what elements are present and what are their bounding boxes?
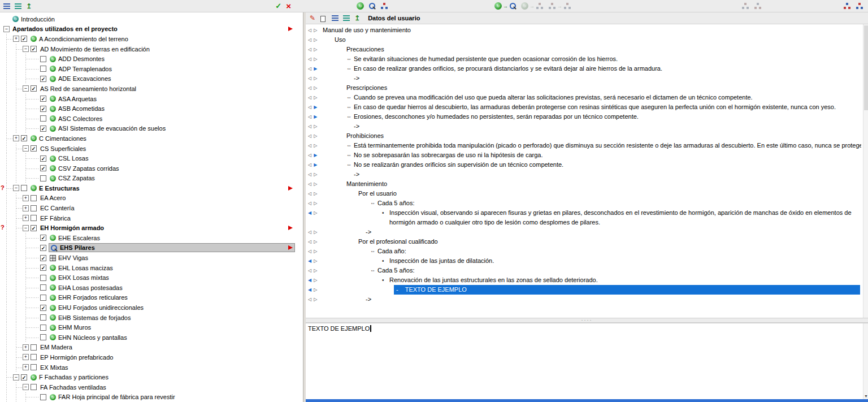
outline-row[interactable]: ◁▷Prohibiciones: [306, 131, 861, 141]
move-right-icon[interactable]: ▷: [314, 45, 317, 54]
move-right-icon[interactable]: ▷: [314, 256, 317, 266]
checkbox[interactable]: [31, 195, 37, 201]
checkbox[interactable]: ✓: [31, 85, 37, 92]
outline-row[interactable]: ◁▷⇔Cada 5 años:: [306, 266, 861, 275]
panel-splitter[interactable]: ····: [306, 318, 868, 323]
move-left-icon[interactable]: ◁: [308, 102, 311, 112]
tree-row[interactable]: ↻ASC Colectores: [0, 114, 303, 124]
update-section-icon[interactable]: ↻: [354, 1, 366, 11]
tree-row[interactable]: ↻Introducción: [0, 14, 303, 24]
move-left-icon[interactable]: ◀: [308, 285, 311, 295]
tree-diagram-icon[interactable]: [378, 1, 390, 11]
tree-row[interactable]: ↻CSZ Zapatas: [0, 174, 303, 184]
expand-icon[interactable]: +: [23, 354, 29, 360]
move-right-icon[interactable]: ▷: [314, 25, 317, 35]
tree-row[interactable]: −Apartados utilizados en el proyecto: [0, 24, 303, 34]
collapse-icon[interactable]: −: [13, 374, 19, 381]
outline-row[interactable]: ◁▷⇔Cada 5 años:: [306, 198, 861, 208]
checkbox[interactable]: ✓: [40, 106, 46, 112]
move-right-icon[interactable]: ▷: [314, 54, 317, 64]
move-right-icon[interactable]: ▷: [314, 93, 317, 102]
move-left-icon[interactable]: ◁: [308, 35, 311, 45]
outline-row[interactable]: ◁▷Precauciones: [306, 45, 861, 54]
expand-icon[interactable]: +: [23, 205, 29, 211]
move-right-icon[interactable]: ▷: [314, 275, 317, 285]
collapse-icon[interactable]: −: [23, 85, 29, 92]
outline-list-icon[interactable]: [329, 13, 341, 23]
outline-row[interactable]: ◁▷->: [306, 170, 861, 179]
text-editor[interactable]: TEXTO DE EJEMPLO ▼: [306, 323, 868, 399]
outline-row[interactable]: ◀▷-TEXTO DE EJEMPLO: [306, 285, 861, 295]
tree-row[interactable]: −✓EH Hormigón armado?: [0, 223, 303, 233]
tree-row[interactable]: −↻E Estructuras?: [0, 183, 303, 193]
move-left-icon[interactable]: ◁: [308, 227, 311, 237]
outline-row[interactable]: ◀▷•Renovación de las juntas estructurale…: [306, 275, 861, 285]
move-right-icon[interactable]: ▷: [314, 170, 317, 179]
tree-row[interactable]: +EC Cantería: [0, 203, 303, 213]
tree-row[interactable]: ✓EHV Vigas: [0, 253, 303, 263]
move-right-icon[interactable]: ▷: [314, 266, 317, 275]
copy-icon[interactable]: [318, 13, 329, 23]
tree-row[interactable]: ✓↻EHU Forjados unidireccionales: [0, 302, 303, 313]
checkbox[interactable]: [31, 364, 37, 370]
move-left-icon[interactable]: ◁: [308, 25, 311, 35]
tree-row[interactable]: +✓↻C Cimentaciones: [0, 133, 303, 144]
checkbox[interactable]: ✓: [21, 135, 27, 141]
tree-row[interactable]: ↻FAR Hoja principal de fábrica para reve…: [0, 392, 303, 402]
checkbox[interactable]: ✓: [31, 145, 37, 152]
move-left-icon[interactable]: ◁: [308, 160, 311, 170]
tree-row[interactable]: ✓↻EHE Escaleras: [0, 233, 303, 243]
tree-row[interactable]: −✓AD Movimiento de tierras en edificació…: [0, 44, 303, 54]
move-right-icon[interactable]: ▷: [314, 227, 317, 237]
checkbox[interactable]: ✓: [40, 255, 46, 261]
outline-row[interactable]: ◁▶⇔En caso de realizar grandes orificios…: [306, 64, 861, 74]
move-right-icon[interactable]: ▷: [314, 189, 317, 198]
move-left-icon[interactable]: ◁: [308, 237, 311, 247]
move-right-icon[interactable]: ▷: [314, 179, 317, 189]
expand-icon[interactable]: +: [23, 195, 29, 201]
move-left-icon[interactable]: ◁: [308, 64, 311, 74]
tree-row[interactable]: ↻EHM Muros: [0, 322, 303, 332]
checkbox[interactable]: [40, 314, 46, 321]
checkbox[interactable]: [31, 215, 37, 221]
content-list-icon[interactable]: [341, 13, 352, 23]
move-left-icon[interactable]: ◁: [308, 247, 311, 256]
move-right-icon[interactable]: ▷: [314, 83, 317, 93]
tree-row[interactable]: ✓EHS Pilares: [0, 243, 303, 253]
move-left-icon[interactable]: ◀: [308, 256, 311, 266]
outline-row[interactable]: ◁▶⇔Erosiones, desconchones y/o humedades…: [306, 112, 861, 122]
tree-row[interactable]: ✓↻EHL Losas macizas: [0, 263, 303, 273]
tree-row[interactable]: +EP Hormigón prefabricado: [0, 352, 303, 362]
outline-row[interactable]: ◁▷⇔Cuando se prevea una modificación del…: [306, 93, 861, 102]
move-right-icon[interactable]: ▷: [314, 35, 317, 45]
checkbox[interactable]: [40, 284, 46, 291]
checkbox[interactable]: ✓: [40, 96, 46, 102]
move-left-icon[interactable]: ◁: [308, 198, 311, 208]
move-left-icon[interactable]: ◁: [308, 266, 311, 275]
checkbox[interactable]: [40, 56, 46, 62]
outline-row[interactable]: ◁▷Uso: [306, 35, 861, 45]
move-right-icon[interactable]: ▷: [314, 131, 317, 141]
export-icon[interactable]: ↥: [24, 1, 34, 11]
outline-row[interactable]: ◁▷Mantenimiento: [306, 179, 861, 189]
tree-row[interactable]: +EF Fábrica: [0, 213, 303, 223]
outline-row[interactable]: ◁▷Prescripciones: [306, 83, 861, 93]
tree-row[interactable]: +EA Acero: [0, 193, 303, 204]
move-left-icon[interactable]: ◁: [308, 170, 311, 179]
move-right-icon[interactable]: ▶: [314, 64, 317, 74]
checkbox[interactable]: [21, 185, 27, 191]
edit-icon[interactable]: ✎: [307, 13, 318, 23]
move-right-icon[interactable]: ▷: [314, 247, 317, 256]
move-right-icon[interactable]: ▶: [314, 102, 317, 112]
expand-icon[interactable]: +: [23, 215, 29, 221]
move-right-icon[interactable]: ▷: [314, 141, 317, 150]
copy-section-to-tree-icon[interactable]: ↻→: [492, 1, 519, 11]
tree-row[interactable]: ✓↻ASA Arquetas: [0, 94, 303, 104]
scroll-down-icon[interactable]: ▼: [863, 394, 868, 399]
export-icon[interactable]: ↥: [352, 13, 362, 23]
checkbox[interactable]: ✓: [31, 225, 37, 231]
move-left-icon[interactable]: ◁: [308, 74, 311, 83]
move-right-icon[interactable]: ▶: [314, 150, 317, 160]
collapse-icon[interactable]: −: [3, 26, 10, 32]
collapse-icon[interactable]: −: [23, 46, 29, 52]
